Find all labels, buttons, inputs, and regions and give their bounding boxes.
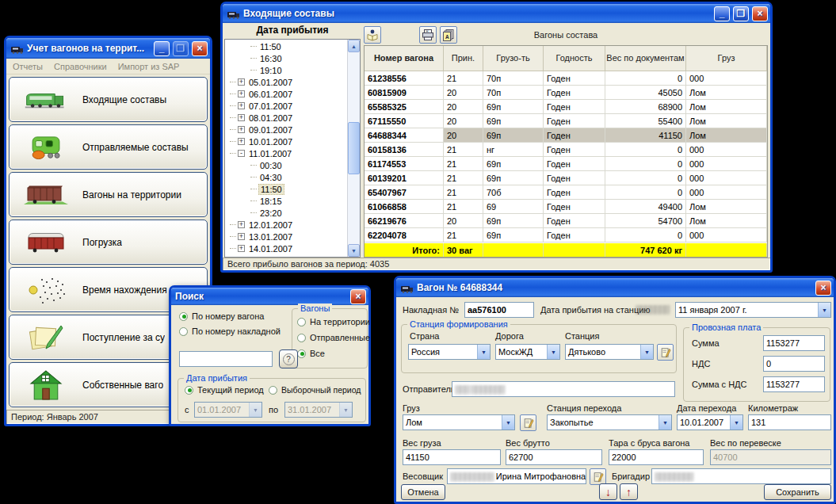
nav-button-departing-trains[interactable]: Отправляемые составы — [9, 124, 208, 170]
cargo-paste-button[interactable] — [520, 414, 536, 431]
road-select[interactable]: МоскЖД▼ — [495, 344, 560, 360]
column-header[interactable]: Вес по документам — [605, 46, 686, 71]
table-row[interactable]: 601392012169пГоден0000 — [365, 171, 767, 185]
column-header[interactable]: Грузо-ть — [483, 46, 544, 71]
table-row[interactable]: 610668582169Годен49400Лом — [365, 200, 767, 214]
search-query-input[interactable] — [179, 351, 273, 367]
cargo-select[interactable]: Лом▼ — [403, 414, 515, 430]
table-row[interactable]: 611745532169пГоден0000 — [365, 157, 767, 171]
tree-item[interactable]: 23:20 — [225, 207, 347, 219]
tree-scrollbar[interactable]: ▲ ▼ — [347, 40, 360, 257]
maximize-button[interactable]: ❒ — [173, 41, 189, 56]
close-button[interactable]: × — [752, 6, 768, 21]
nav-button-loading[interactable]: Погрузка — [9, 220, 208, 265]
period-to-select[interactable]: 31.01.2007▼ — [284, 402, 353, 418]
tree-item[interactable]: +06.01.2007 — [225, 88, 347, 100]
country-select[interactable]: Россия▼ — [408, 344, 491, 360]
tree-item[interactable]: +12.01.2007 — [225, 219, 347, 231]
tree-item[interactable]: 04:30 — [225, 171, 347, 183]
transfer-date-select[interactable]: 10.01.2007▼ — [677, 414, 743, 430]
close-button[interactable]: × — [350, 289, 366, 304]
scroll-up-icon[interactable]: ▲ — [348, 40, 360, 52]
maximize-button[interactable]: ❒ — [733, 6, 749, 21]
tare-input[interactable]: 22000 — [609, 449, 704, 465]
fee-vat-input[interactable]: 0 — [763, 356, 825, 372]
move-down-button[interactable]: ↓ — [599, 483, 617, 500]
tree-item[interactable]: +14.01.2007 — [225, 242, 347, 254]
tree-expander-icon[interactable]: + — [238, 221, 245, 228]
cancel-button[interactable]: Отмена — [401, 484, 445, 500]
tree-expander-icon[interactable]: + — [238, 233, 245, 240]
reader-tool-button[interactable] — [364, 26, 381, 44]
invoice-input[interactable]: aa576100 — [464, 302, 534, 318]
transfer-station-select[interactable]: Закопытье▼ — [547, 414, 672, 430]
scroll-down-icon[interactable]: ▼ — [348, 244, 360, 257]
radio-current-period[interactable]: Текущий период — [185, 385, 264, 395]
table-row[interactable]: 608159092070пГоден45050Лом — [365, 86, 767, 100]
fee-sum-input[interactable]: 1153277 — [763, 335, 825, 351]
mileage-input[interactable]: 131 — [748, 414, 831, 430]
scrollbar-track[interactable] — [348, 52, 360, 244]
copies-tool-button[interactable]: А — [440, 26, 457, 44]
table-row[interactable]: 662196762069пГоден54700Лом — [365, 214, 767, 228]
tree-expander-icon[interactable]: + — [238, 78, 245, 86]
table-row[interactable]: 612385562170пГоден0000 — [365, 71, 767, 86]
tree-expander-icon[interactable]: + — [238, 126, 245, 133]
table-row[interactable]: 655853252069пГоден68900Лом — [365, 100, 767, 114]
tree-item[interactable]: 16:30 — [225, 52, 347, 64]
minimize-button[interactable]: _ — [154, 41, 170, 56]
tree-item[interactable]: +07.01.2007 — [225, 100, 347, 112]
column-header[interactable]: Прин. — [444, 46, 483, 71]
print-tool-button[interactable]: Н — [419, 26, 437, 44]
tree-expander-icon[interactable]: + — [238, 114, 245, 121]
table-row[interactable]: 622040782169пГоден0000 — [365, 228, 767, 242]
tree-item[interactable]: +09.01.2007 — [225, 124, 347, 136]
tree-expander-icon[interactable]: + — [238, 245, 245, 252]
minimize-button[interactable]: _ — [714, 6, 730, 21]
table-row[interactable]: 654079672170бГоден0000 — [365, 185, 767, 200]
move-up-button[interactable]: ↑ — [620, 483, 638, 500]
weigher-input[interactable]: ▒▒▒▒▒▒▒▒▒ Ирина Митрофановна — [447, 468, 586, 484]
column-header[interactable]: Груз — [686, 46, 767, 71]
help-button[interactable]: ? — [279, 349, 298, 368]
gross-weight-input[interactable]: 62700 — [506, 449, 602, 465]
column-header[interactable]: Годность — [544, 46, 605, 71]
close-button[interactable]: × — [192, 41, 208, 56]
tree-item[interactable]: -11.01.2007 — [225, 147, 347, 159]
tree-item[interactable]: +13.01.2007 — [225, 231, 347, 242]
period-from-select[interactable]: 01.01.2007▼ — [194, 402, 262, 418]
radio-custom-period[interactable]: Выборочный период — [269, 385, 361, 395]
radio-all[interactable]: Все — [297, 349, 325, 358]
sender-input[interactable]: ▒▒▒ ▒▒▒▒▒▒▒ — [452, 381, 675, 397]
tree-item[interactable]: 19:10 — [225, 64, 347, 76]
weigher-paste-button[interactable] — [590, 468, 606, 485]
radio-by-invoice-number[interactable]: По номеру накладной — [179, 326, 281, 336]
table-row-selected[interactable]: 646883442069пГоден41150Лом — [365, 128, 767, 143]
reweigh-input[interactable]: 40700 — [710, 449, 831, 465]
tree-item[interactable]: +05.01.2007 — [225, 76, 347, 88]
arrival-date-select[interactable]: 11 января 2007 г.▼ — [675, 302, 831, 318]
table-row[interactable]: 671155502069пГоден55400Лом — [365, 114, 767, 128]
tree-item[interactable]: +10.01.2007 — [225, 136, 347, 147]
column-header[interactable]: Номер вагона — [365, 46, 444, 71]
tree-expander-icon[interactable]: + — [238, 102, 245, 109]
station-paste-button[interactable] — [657, 344, 674, 361]
tree-item[interactable]: +08.01.2007 — [225, 112, 347, 124]
tree-item[interactable]: 00:30 — [225, 159, 347, 171]
tree-expander-icon[interactable]: + — [238, 90, 245, 97]
nav-button-territory-wagons[interactable]: Вагоны на территории — [9, 172, 208, 217]
menu-item-directories[interactable]: Справочники — [54, 62, 107, 71]
radio-by-wagon-number[interactable]: По номеру вагона — [179, 311, 264, 321]
cargo-weight-input[interactable]: 41150 — [403, 449, 501, 465]
scrollbar-thumb[interactable] — [348, 122, 360, 174]
station-select[interactable]: Дятьково▼ — [565, 344, 654, 360]
nav-button-incoming-trains[interactable]: Входящие составы — [9, 77, 208, 122]
menu-item-sap-import[interactable]: Импорт из SAP — [118, 62, 180, 71]
menu-item-reports[interactable]: Отчеты — [13, 62, 43, 71]
tree-item[interactable]: 18:15 — [225, 195, 347, 207]
tree-item[interactable]: 11:50 — [225, 40, 347, 52]
save-button[interactable]: Сохранить — [764, 484, 831, 500]
radio-sent[interactable]: Отправленные — [297, 333, 370, 342]
close-button[interactable]: × — [815, 281, 831, 296]
tree-expander-icon[interactable]: - — [238, 150, 245, 157]
